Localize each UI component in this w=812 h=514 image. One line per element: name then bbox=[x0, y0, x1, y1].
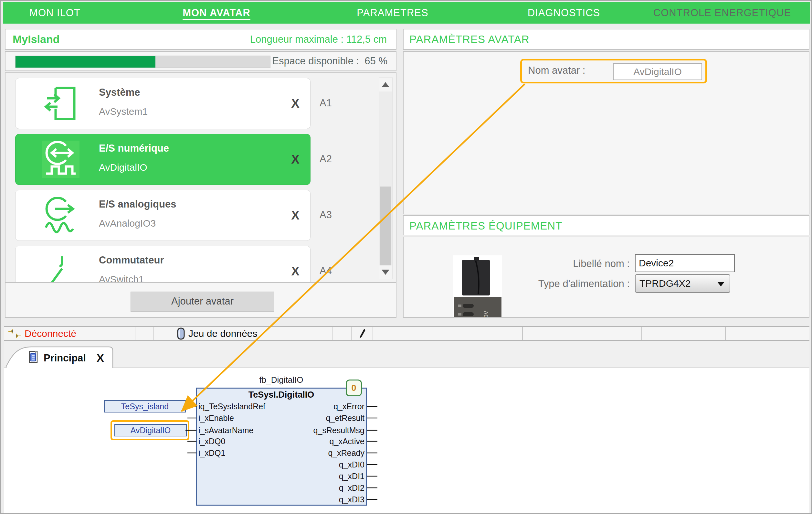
top-nav: MON ILOT MON AVATAR PARAMETRES DIAGNOSTI… bbox=[3, 2, 810, 24]
avatar-card-es-analogiques[interactable]: E/S analogiques AvAnalogIO3 X bbox=[15, 190, 311, 241]
dataset-text: Jeu de données bbox=[188, 328, 258, 339]
dataset-cell: Jeu de données bbox=[153, 327, 332, 340]
island-space-row: Espace disponible : 65 % bbox=[5, 51, 397, 71]
fb-instance-name: fb_DigitalIO bbox=[196, 375, 367, 385]
device-label-name: Libellé nom : bbox=[517, 258, 630, 269]
editor-tab-bar: Principal X bbox=[4, 341, 809, 368]
slot-label-a1: A1 bbox=[320, 97, 332, 109]
island-header: MyIsland Longueur maximale : 112,5 cm bbox=[5, 29, 397, 50]
power-type-dropdown[interactable]: TPRDG4X2 bbox=[635, 274, 730, 293]
avatar-list: Système AvSystem1 X A1 E/S numérique AvD… bbox=[5, 73, 397, 283]
avatar-title: Commutateur bbox=[99, 254, 164, 266]
status-cell-empty-5 bbox=[641, 327, 726, 340]
connection-status-text: Déconnecté bbox=[25, 328, 76, 339]
space-available-label: Espace disponible : 65 % bbox=[272, 52, 387, 70]
avatar-name: AvDigitalIO bbox=[99, 162, 147, 173]
fbd-canvas[interactable] bbox=[4, 368, 809, 514]
avatar-name-input[interactable] bbox=[613, 63, 702, 80]
pin-output[interactable]: q_xDI3 bbox=[277, 494, 365, 505]
tab-close-icon[interactable]: X bbox=[97, 352, 104, 364]
dataset-icon bbox=[177, 327, 185, 340]
avatar-title: E/S analogiques bbox=[99, 199, 176, 210]
connection-status-cell: Déconnecté bbox=[4, 327, 135, 340]
avatar-name: AvAnalogIO3 bbox=[99, 218, 156, 229]
avatar-list-scrollbar[interactable] bbox=[379, 78, 393, 279]
island-max-length: Longueur maximale : 112,5 cm bbox=[250, 29, 387, 49]
avdigitalio-highlight bbox=[111, 420, 190, 440]
status-bar: Déconnecté Jeu de données bbox=[4, 326, 809, 341]
remove-avatar-icon[interactable]: X bbox=[286, 262, 304, 280]
equipment-params-body: SoMov Libellé nom : Type d'alimentation … bbox=[403, 237, 809, 318]
tab-principal-label: Principal bbox=[44, 352, 86, 364]
remove-avatar-icon[interactable]: X bbox=[286, 150, 304, 168]
scroll-up-icon[interactable] bbox=[379, 78, 392, 91]
avatar-card-es-numerique[interactable]: E/S numérique AvDigitalIO X bbox=[15, 134, 311, 185]
slot-label-a3: A3 bbox=[320, 209, 332, 221]
status-cell-empty-4 bbox=[522, 327, 642, 340]
add-avatar-button[interactable]: Ajouter avatar bbox=[130, 292, 274, 312]
pin-output[interactable]: q_xReady bbox=[277, 448, 365, 458]
power-type-value: TPRDG4X2 bbox=[639, 275, 691, 292]
pencil-icon bbox=[358, 328, 366, 339]
tab-principal[interactable]: Principal X bbox=[5, 346, 115, 368]
nav-mon-avatar[interactable]: MON AVATAR bbox=[165, 2, 268, 24]
remove-avatar-icon[interactable]: X bbox=[286, 94, 304, 113]
bidirectional-pin-icon: ↔ bbox=[187, 399, 197, 409]
slot-label-a4: A4 bbox=[320, 265, 332, 277]
svg-text:SoMov: SoMov bbox=[482, 311, 490, 318]
avatar-title: Système bbox=[99, 87, 140, 98]
pin-output[interactable]: q_xActive bbox=[277, 436, 365, 447]
equipment-params-title: PARAMÈTRES ÉQUIPEMENT bbox=[404, 216, 809, 236]
space-progressbar bbox=[15, 56, 270, 68]
pin-output[interactable]: q_etResult bbox=[277, 413, 365, 423]
nav-diagnostics[interactable]: DIAGNOSTICS bbox=[511, 2, 617, 24]
pin-output[interactable]: q_xDI0 bbox=[277, 459, 365, 470]
system-icon bbox=[42, 85, 80, 122]
remove-avatar-icon[interactable]: X bbox=[286, 206, 304, 224]
function-block-type: TeSysI.DigitalIO bbox=[197, 390, 366, 400]
pin-output[interactable]: q_xDI1 bbox=[277, 471, 365, 481]
disconnected-icon bbox=[8, 328, 21, 339]
scrollbar-thumb[interactable] bbox=[380, 187, 391, 267]
avatar-title: E/S numérique bbox=[99, 143, 169, 154]
status-cell-empty-2 bbox=[332, 327, 352, 340]
slot-label-a2: A2 bbox=[320, 153, 332, 165]
space-progressbar-fill bbox=[16, 56, 155, 67]
switch-icon bbox=[42, 253, 80, 283]
pin-output[interactable]: q_xError bbox=[277, 401, 365, 411]
input-variable-tesys-island[interactable]: TeSys_island bbox=[104, 400, 186, 412]
equipment-params-header: PARAMÈTRES ÉQUIPEMENT bbox=[403, 215, 809, 235]
avatar-card-systeme[interactable]: Système AvSystem1 X bbox=[15, 78, 311, 129]
device-power-label: Type d'alimentation : bbox=[484, 278, 630, 290]
avatar-name-label: Nom avatar : bbox=[528, 65, 585, 76]
avatar-card-commutateur[interactable]: Commutateur AvSwitch1 X bbox=[15, 246, 311, 283]
pin-output[interactable]: q_sResultMsg bbox=[277, 425, 365, 435]
execution-order-badge: 0 bbox=[346, 379, 362, 396]
nav-controle-energetique[interactable]: CONTROLE ENERGETIQUE bbox=[637, 2, 808, 24]
device-name-input[interactable] bbox=[635, 254, 735, 272]
nav-parametres[interactable]: PARAMETRES bbox=[339, 2, 446, 24]
avatar-params-title: PARAMÈTRES AVATAR bbox=[404, 29, 809, 49]
edit-cell[interactable] bbox=[351, 327, 373, 340]
pin-output[interactable]: q_xDI2 bbox=[277, 483, 365, 493]
status-cell-empty-6 bbox=[725, 327, 809, 340]
application-window: MON ILOT MON AVATAR PARAMETRES DIAGNOSTI… bbox=[0, 0, 812, 514]
avatar-name: AvSwitch1 bbox=[99, 274, 144, 283]
scroll-down-icon[interactable] bbox=[379, 265, 392, 279]
avatar-params-header: PARAMÈTRES AVATAR bbox=[403, 29, 809, 50]
avatar-name: AvSystem1 bbox=[99, 106, 148, 117]
analog-io-icon bbox=[42, 197, 80, 234]
nav-mon-ilot[interactable]: MON ILOT bbox=[13, 2, 97, 24]
avatar-list-footer: Ajouter avatar bbox=[5, 283, 397, 318]
status-cell-empty-3 bbox=[373, 327, 523, 340]
status-cell-empty-1 bbox=[135, 327, 154, 340]
digital-io-icon bbox=[42, 141, 80, 178]
program-document-icon bbox=[29, 351, 38, 364]
chevron-down-icon bbox=[717, 282, 724, 286]
